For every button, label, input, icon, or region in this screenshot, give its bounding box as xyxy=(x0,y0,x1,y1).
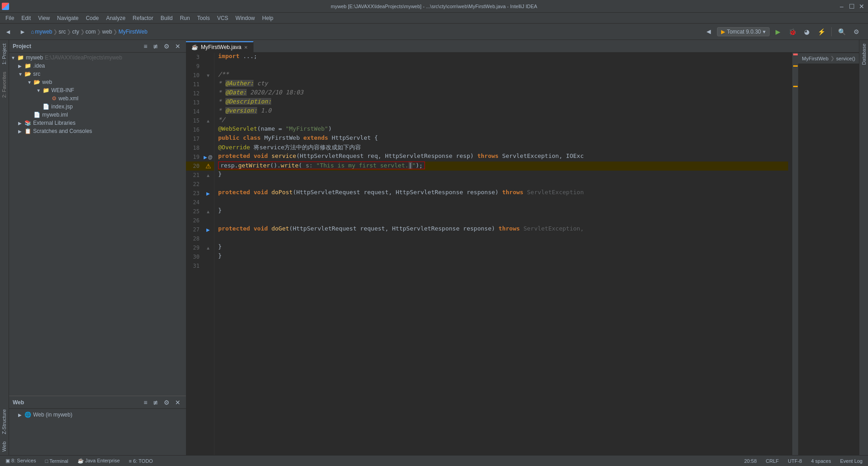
maximize-button[interactable]: ☐ xyxy=(847,2,856,11)
menu-view[interactable]: View xyxy=(34,13,54,24)
tab-favorites[interactable]: 2: Favorites xyxy=(0,68,9,101)
code-line-20[interactable]: resp.getWriter().write( s: "This is my f… xyxy=(218,162,788,171)
project-close[interactable]: ✕ xyxy=(173,42,182,51)
breadcrumb-src[interactable]: src xyxy=(59,29,66,35)
menu-run[interactable]: Run xyxy=(176,13,194,24)
menu-vcs[interactable]: VCS xyxy=(214,13,232,24)
tree-mywebiml[interactable]: 📄 myweb.iml xyxy=(9,111,186,119)
tree-root-myweb[interactable]: ▼ 📁 myweb E:\JAVAXX\IdeaProjects\myweb xyxy=(9,54,186,62)
project-collapse-all[interactable]: ≢ xyxy=(151,42,160,51)
status-java-enterprise[interactable]: ☕ Java Enterprise xyxy=(76,458,122,464)
back-button[interactable]: ◄ xyxy=(2,25,15,38)
breadcrumb-web[interactable]: web xyxy=(102,29,112,35)
menu-tools[interactable]: Tools xyxy=(194,13,214,24)
search-button[interactable]: 🔍 xyxy=(835,25,848,38)
menu-help[interactable]: Help xyxy=(258,13,277,24)
project-tools: ≡ ≢ ⚙ ✕ xyxy=(142,42,182,51)
status-services[interactable]: ▣ 8: Services xyxy=(4,458,38,464)
tree-webxml[interactable]: ⚙ web.xml xyxy=(9,94,186,103)
menu-file[interactable]: File xyxy=(2,13,18,24)
status-todo[interactable]: ≡ 6: TODO xyxy=(127,458,155,464)
breadcrumb-cty[interactable]: cty xyxy=(72,29,79,35)
statusbar: ▣ 8: Services □ Terminal ☕ Java Enterpri… xyxy=(0,455,868,466)
web-settings[interactable]: ⚙ xyxy=(162,398,171,407)
settings-button[interactable]: ⚙ xyxy=(850,25,863,38)
gutter-fold-29[interactable]: ▲ xyxy=(202,245,214,250)
tree-external-libs[interactable]: ▶ 📚 External Libraries xyxy=(9,119,186,127)
tab-close-icon[interactable]: ✕ xyxy=(244,45,248,50)
tree-scratches[interactable]: ▶ 📋 Scratches and Consoles xyxy=(9,127,186,135)
menu-code[interactable]: Code xyxy=(82,13,102,24)
run-with-coverage[interactable]: ◕ xyxy=(800,25,813,38)
minimize-button[interactable]: – xyxy=(837,2,846,11)
warning-marker-1[interactable] xyxy=(793,65,798,67)
linenum-20: 20 xyxy=(186,163,202,169)
status-indent[interactable]: 4 spaces xyxy=(809,458,833,464)
code-editor[interactable]: 3 9 10 ▼ 11 xyxy=(186,53,859,455)
profile-button[interactable]: ⚡ xyxy=(815,25,828,38)
warning-marker-2[interactable] xyxy=(793,86,798,87)
tree-web-in-myweb[interactable]: ▶ 🌐 Web (in myweb) xyxy=(9,411,186,419)
editor-breadcrumb-class[interactable]: MyFirstWeb xyxy=(802,56,828,61)
code-text-29: } xyxy=(218,243,222,250)
tree-indexjsp[interactable]: 📄 index.jsp xyxy=(9,103,186,111)
web-collapse-all[interactable]: ≢ xyxy=(151,398,160,407)
code-text-20: resp.getWriter().write( s: "This is my f… xyxy=(218,162,425,169)
project-settings[interactable]: ⚙ xyxy=(162,42,171,51)
tree-webinf[interactable]: ▼ 📁 WEB-INF xyxy=(9,86,186,94)
gutter-fold-21[interactable]: ▲ xyxy=(202,173,214,178)
breadcrumb-com[interactable]: com xyxy=(86,29,96,35)
code-content-area[interactable]: import ...; /** * @Auther: cty xyxy=(215,53,792,455)
tab-web-left[interactable]: Web xyxy=(0,438,9,455)
menu-navigate[interactable]: Navigate xyxy=(54,13,82,24)
editor-tab-myfirstweb[interactable]: ☕ MyFirstWeb.java ✕ xyxy=(186,41,254,52)
gutter-fold-25[interactable]: ▲ xyxy=(202,209,214,214)
tree-idea[interactable]: ▶ 📁 .idea xyxy=(9,62,186,70)
code-line-26 xyxy=(218,216,788,225)
gutter-fold-10[interactable]: ▼ xyxy=(202,73,214,78)
titlebar: myweb [E:\JAVAXX\IdeaProjects\myweb] - .… xyxy=(0,0,868,13)
web-close[interactable]: ✕ xyxy=(173,398,182,407)
menu-refactor[interactable]: Refactor xyxy=(129,13,157,24)
webxml-name: web.xml xyxy=(59,95,78,102)
project-expand-all[interactable]: ≡ xyxy=(142,42,149,51)
tab-database[interactable]: Database xyxy=(860,40,868,69)
error-marker[interactable] xyxy=(793,54,798,55)
code-line-16: @WebServlet(name = "MyFirstWeb") xyxy=(218,125,788,134)
menu-edit[interactable]: Edit xyxy=(18,13,34,24)
run-config-back[interactable]: ◄ xyxy=(702,25,715,38)
indexjsp-icon: 📄 xyxy=(43,103,49,110)
editor-breadcrumb-method[interactable]: service() xyxy=(836,56,855,61)
status-encoding[interactable]: UTF-8 xyxy=(786,458,804,464)
run-config-selector[interactable]: ▶ Tomcat 9.0.30 ▾ xyxy=(717,27,770,36)
menu-analyze[interactable]: Analyze xyxy=(102,13,129,24)
debug-button[interactable]: 🐞 xyxy=(786,25,799,38)
status-cursor-pos[interactable]: 20:58 xyxy=(742,458,759,464)
project-panel-header: Project ≡ ≢ ⚙ ✕ xyxy=(9,40,186,53)
gutter-fold-15[interactable]: ▲ xyxy=(202,118,214,123)
tree-web[interactable]: ▼ 📂 web xyxy=(9,78,186,86)
status-terminal[interactable]: □ Terminal xyxy=(43,458,70,464)
tab-z-structure[interactable]: Z-Structure xyxy=(0,406,9,438)
status-event-log[interactable]: Event Log xyxy=(838,458,864,464)
breadcrumb-project[interactable]: myweb xyxy=(35,29,52,35)
breadcrumb-class[interactable]: MyFirstWeb xyxy=(118,29,147,35)
tab-project[interactable]: 1: Project xyxy=(0,40,9,68)
toolbar: ◄ ► ⌂ myweb ❯ src ❯ cty ❯ com ❯ web ❯ My… xyxy=(0,24,868,40)
status-line-ending[interactable]: CRLF xyxy=(764,458,781,464)
tree-src[interactable]: ▼ 📂 src xyxy=(9,70,186,78)
web-expand-all[interactable]: ≡ xyxy=(142,398,149,407)
code-text-16: @WebServlet(name = "MyFirstWeb") xyxy=(218,125,332,132)
run-button[interactable]: ▶ xyxy=(771,25,784,38)
code-scroll-area[interactable]: 3 9 10 ▼ 11 xyxy=(186,53,798,455)
gutter-run-23[interactable]: ▶ xyxy=(202,191,214,196)
gutter-run-27[interactable]: ▶ xyxy=(202,227,214,232)
gutter-bookmark-19[interactable]: @ xyxy=(208,155,212,160)
forward-button[interactable]: ► xyxy=(16,25,29,38)
menu-window[interactable]: Window xyxy=(232,13,258,24)
menu-build[interactable]: Build xyxy=(157,13,176,24)
gutter-run-19[interactable]: ▶ xyxy=(204,155,207,160)
code-text-11: * @Auther: cty xyxy=(218,80,268,87)
close-button[interactable]: ✕ xyxy=(857,2,866,11)
run-config-dropdown-icon[interactable]: ▾ xyxy=(763,29,766,35)
